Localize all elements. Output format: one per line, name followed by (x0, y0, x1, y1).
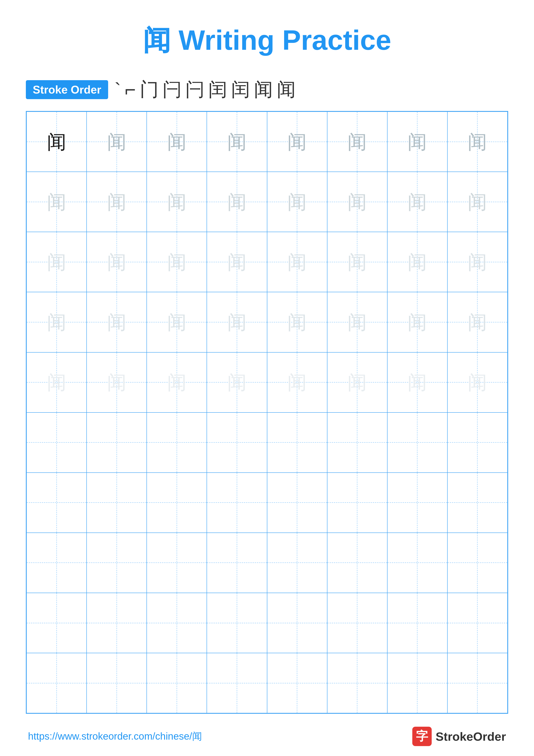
char-display: 闻 (408, 312, 427, 332)
grid-cell-r8c2[interactable] (87, 533, 147, 593)
char-display: 闻 (107, 373, 126, 392)
grid-cell-r5c3[interactable]: 闻 (147, 352, 207, 413)
grid-cell-r7c1[interactable] (27, 472, 87, 533)
grid-cell-r4c4[interactable]: 闻 (207, 292, 267, 352)
grid-cell-r3c3[interactable]: 闻 (147, 232, 207, 292)
char-display: 闻 (107, 312, 126, 332)
grid-cell-r3c5[interactable]: 闻 (267, 232, 327, 292)
char-display: 闻 (347, 373, 367, 392)
char-display: 闻 (468, 132, 487, 151)
grid-cell-r2c4[interactable]: 闻 (207, 172, 267, 232)
grid-cell-r2c3[interactable]: 闻 (147, 172, 207, 232)
grid-cell-r7c4[interactable] (207, 472, 267, 533)
grid-cell-r6c3[interactable] (147, 413, 207, 472)
grid-cell-r9c2[interactable] (87, 593, 147, 653)
grid-cell-r7c6[interactable] (327, 472, 387, 533)
char-display: 闻 (408, 132, 427, 151)
grid-cell-r9c7[interactable] (387, 593, 447, 653)
char-display: 闻 (227, 252, 247, 272)
grid-cell-r10c8[interactable] (447, 653, 507, 713)
char-display: 闻 (107, 252, 126, 272)
grid-cell-r6c5[interactable] (267, 413, 327, 472)
grid-cell-r9c8[interactable] (447, 593, 507, 653)
grid-cell-r10c6[interactable] (327, 653, 387, 713)
grid-cell-r3c1[interactable]: 闻 (27, 232, 87, 292)
grid-cell-r4c2[interactable]: 闻 (87, 292, 147, 352)
grid-cell-r8c7[interactable] (387, 533, 447, 593)
grid-cell-r6c4[interactable] (207, 413, 267, 472)
grid-cell-r4c3[interactable]: 闻 (147, 292, 207, 352)
grid-cell-r4c1[interactable]: 闻 (27, 292, 87, 352)
grid-cell-r7c3[interactable] (147, 472, 207, 533)
grid-cell-r3c6[interactable]: 闻 (327, 232, 387, 292)
grid-cell-r4c7[interactable]: 闻 (387, 292, 447, 352)
grid-cell-r3c7[interactable]: 闻 (387, 232, 447, 292)
grid-cell-r5c1[interactable]: 闻 (27, 352, 87, 413)
grid-cell-r7c2[interactable] (87, 472, 147, 533)
grid-cell-r8c6[interactable] (327, 533, 387, 593)
char-display: 闻 (107, 132, 126, 151)
grid-cell-r6c6[interactable] (327, 413, 387, 472)
grid-cell-r9c1[interactable] (27, 593, 87, 653)
grid-cell-r4c8[interactable]: 闻 (447, 292, 507, 352)
char-display: 闻 (287, 312, 307, 332)
grid-cell-r2c5[interactable]: 闻 (267, 172, 327, 232)
grid-cell-r5c6[interactable]: 闻 (327, 352, 387, 413)
grid-cell-r10c7[interactable] (387, 653, 447, 713)
grid-cell-r9c5[interactable] (267, 593, 327, 653)
grid-cell-r9c6[interactable] (327, 593, 387, 653)
grid-cell-r5c2[interactable]: 闻 (87, 352, 147, 413)
grid-cell-r10c5[interactable] (267, 653, 327, 713)
char-display: 闻 (287, 132, 307, 151)
grid-cell-r4c6[interactable]: 闻 (327, 292, 387, 352)
grid-cell-r1c1[interactable]: 闻 (27, 112, 87, 172)
grid-cell-r1c6[interactable]: 闻 (327, 112, 387, 172)
grid-cell-r1c4[interactable]: 闻 (207, 112, 267, 172)
grid-cell-r8c5[interactable] (267, 533, 327, 593)
grid-cell-r10c4[interactable] (207, 653, 267, 713)
grid-cell-r10c2[interactable] (87, 653, 147, 713)
grid-cell-r5c7[interactable]: 闻 (387, 352, 447, 413)
grid-cell-r6c2[interactable] (87, 413, 147, 472)
footer-url[interactable]: https://www.strokeorder.com/chinese/闻 (28, 730, 202, 743)
char-display: 闻 (287, 373, 307, 392)
grid-cell-r5c8[interactable]: 闻 (447, 352, 507, 413)
char-display: 闻 (468, 192, 487, 212)
grid-cell-r1c7[interactable]: 闻 (387, 112, 447, 172)
grid-cell-r7c5[interactable] (267, 472, 327, 533)
stroke-5: 闩 (186, 77, 204, 102)
grid-cell-r3c4[interactable]: 闻 (207, 232, 267, 292)
char-display: 闻 (347, 192, 367, 212)
grid-cell-r9c4[interactable] (207, 593, 267, 653)
grid-cell-r6c7[interactable] (387, 413, 447, 472)
grid-cell-r3c8[interactable]: 闻 (447, 232, 507, 292)
footer-brand: 字 StrokeOrder (412, 727, 506, 746)
grid-cell-r8c4[interactable] (207, 533, 267, 593)
grid-cell-r10c3[interactable] (147, 653, 207, 713)
grid-cell-r4c5[interactable]: 闻 (267, 292, 327, 352)
grid-cell-r1c8[interactable]: 闻 (447, 112, 507, 172)
grid-cell-r1c3[interactable]: 闻 (147, 112, 207, 172)
practice-grid: 闻 闻 闻 闻 闻 闻 闻 闻 闻 闻 闻 (26, 111, 508, 714)
grid-cell-r6c8[interactable] (447, 413, 507, 472)
grid-cell-r8c3[interactable] (147, 533, 207, 593)
grid-cell-r1c5[interactable]: 闻 (267, 112, 327, 172)
grid-cell-r1c2[interactable]: 闻 (87, 112, 147, 172)
grid-cell-r2c8[interactable]: 闻 (447, 172, 507, 232)
grid-cell-r8c8[interactable] (447, 533, 507, 593)
page-title: 闻 Writing Practice (143, 21, 391, 60)
grid-cell-r6c1[interactable] (27, 413, 87, 472)
grid-cell-r7c8[interactable] (447, 472, 507, 533)
grid-cell-r2c7[interactable]: 闻 (387, 172, 447, 232)
grid-cell-r2c2[interactable]: 闻 (87, 172, 147, 232)
grid-cell-r9c3[interactable] (147, 593, 207, 653)
grid-cell-r7c7[interactable] (387, 472, 447, 533)
grid-cell-r2c1[interactable]: 闻 (27, 172, 87, 232)
grid-cell-r10c1[interactable] (27, 653, 87, 713)
grid-cell-r2c6[interactable]: 闻 (327, 172, 387, 232)
grid-cell-r5c4[interactable]: 闻 (207, 352, 267, 413)
char-display: 闻 (287, 252, 307, 272)
grid-cell-r3c2[interactable]: 闻 (87, 232, 147, 292)
grid-cell-r8c1[interactable] (27, 533, 87, 593)
grid-cell-r5c5[interactable]: 闻 (267, 352, 327, 413)
